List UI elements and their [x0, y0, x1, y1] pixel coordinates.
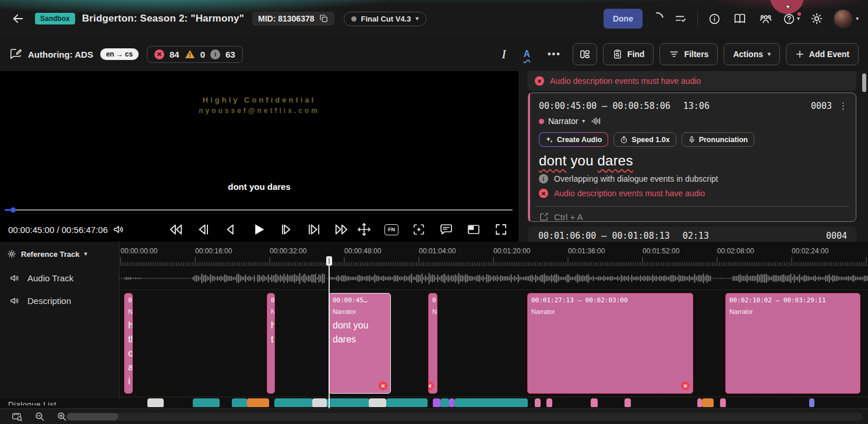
subtitle-toggle-button[interactable] [437, 220, 456, 239]
minimap-segment[interactable] [809, 398, 814, 407]
playhead-handle[interactable] [326, 256, 332, 266]
event-error-badge-icon: ✕ [379, 381, 387, 390]
event-menu-button[interactable]: ⋮ [839, 101, 848, 111]
actions-button[interactable]: Actions ▾ [724, 43, 779, 65]
volume-button[interactable] [110, 221, 128, 238]
minimap-segment[interactable] [327, 398, 369, 407]
next-event-row[interactable]: 00:01:06:00 – 00:01:08:13 02:13 0004 [528, 227, 856, 242]
event-duration: 02:13 [683, 231, 709, 241]
speaker-icon [112, 223, 125, 236]
pronunciation-button[interactable]: Pronunciation [682, 132, 754, 147]
account-menu[interactable]: ▾ [834, 9, 859, 28]
spellcheck-button[interactable]: A [517, 47, 536, 62]
minimap-segment[interactable] [454, 398, 528, 407]
event-error-row: ✕ Audio description events must have aud… [539, 189, 848, 198]
minimap-segment[interactable] [546, 398, 552, 407]
minimap-segment[interactable] [193, 398, 220, 407]
description-track-row: Description [9, 295, 71, 306]
zoom-out-button[interactable] [32, 409, 47, 424]
minimap-segment[interactable] [449, 398, 454, 407]
play-button[interactable] [248, 219, 269, 240]
panel-view-button[interactable] [464, 220, 483, 239]
inspector-scrollbar[interactable] [862, 73, 866, 92]
timeline-scrollbar[interactable] [65, 413, 863, 421]
reference-track-selector[interactable]: Reference Track ▾ [7, 249, 119, 259]
timeline-scrollbar-thumb[interactable] [67, 413, 118, 421]
copy-icon[interactable] [319, 14, 329, 23]
timeline-event[interactable]: 0Na✕ [428, 293, 437, 394]
speaker-color-dot [539, 119, 544, 124]
back-button[interactable] [9, 10, 27, 27]
minimap-segment[interactable] [591, 398, 598, 407]
italic-button[interactable]: I [496, 44, 511, 64]
frame-back-button[interactable] [221, 220, 241, 239]
timeline-settings-button[interactable] [9, 409, 25, 424]
fullscreen-button[interactable] [492, 220, 510, 239]
add-audio-shortcut-row[interactable]: Ctrl + A [539, 212, 848, 222]
minimap-segment[interactable] [433, 398, 440, 407]
minimap-segment[interactable] [147, 398, 164, 407]
speaker-select[interactable]: Narrator [548, 116, 578, 126]
minimap-segment[interactable] [386, 398, 428, 407]
fast-forward-button[interactable] [331, 220, 351, 239]
minimap-segment[interactable] [702, 398, 714, 407]
minimap-segment[interactable] [535, 398, 541, 407]
create-audio-button[interactable]: Create Audio [539, 132, 608, 147]
version-status-dropdown[interactable]: Final Cut V4.3 ▾ [344, 12, 426, 26]
settings-button[interactable] [808, 10, 825, 27]
subtitle-preview: dont you dares [0, 182, 518, 192]
speed-button[interactable]: Speed 1.0x [613, 132, 676, 147]
timeline-event[interactable]: 00:01:27:13 – 00:02:03:00Narrator✕ [527, 293, 693, 394]
done-button[interactable]: Done [604, 9, 643, 29]
fullscreen-icon [494, 222, 508, 236]
clipped-track-label: Dialogue List [8, 400, 116, 405]
filters-button[interactable]: Filters [659, 43, 718, 65]
panels-layout-icon [579, 48, 591, 60]
timeline-event[interactable]: 0Nah th o a i [124, 293, 133, 394]
focus-region-button[interactable] [410, 220, 428, 239]
event-duration: 13:06 [683, 101, 710, 111]
task-list-button[interactable] [672, 10, 689, 27]
find-button[interactable]: Find [603, 43, 654, 65]
collaborators-button[interactable] [757, 10, 775, 28]
next-event-button[interactable] [304, 220, 324, 239]
forced-narrative-button[interactable]: FN [382, 222, 401, 238]
minimap-segment[interactable] [369, 398, 386, 407]
ruler-label: 00:02:08:00 [717, 247, 754, 255]
issue-summary-pill[interactable]: ✕ 84 0 i 63 [147, 46, 243, 63]
minimap-segment[interactable] [274, 398, 313, 407]
minimap-segment[interactable] [312, 398, 327, 407]
waveform-icon[interactable] [591, 116, 602, 126]
frame-forward-button[interactable] [277, 220, 297, 239]
seek-knob[interactable] [10, 207, 16, 213]
selected-event-card[interactable]: 00:00:45:00 – 00:00:58:06 13:06 0003 ⋮ N… [528, 93, 856, 222]
previous-event-button[interactable] [193, 220, 213, 239]
minimap-segment[interactable] [232, 398, 248, 407]
minimap-segment[interactable] [247, 398, 269, 407]
event-number: 0003 [811, 101, 832, 111]
timeline-event[interactable]: 0Nh t [267, 293, 275, 394]
picture-in-picture-icon [467, 222, 481, 236]
timeline-event-selected[interactable]: 00:00:45…Narratordont you dares✕ [329, 293, 391, 394]
sparkles-icon [545, 136, 553, 144]
info-button[interactable] [706, 10, 723, 27]
more-options-button[interactable]: ••• [542, 47, 567, 62]
cursor-arrow-icon [784, 3, 792, 11]
notification-dot [798, 12, 801, 16]
layout-toggle-button[interactable] [573, 43, 597, 65]
add-event-button[interactable]: Add Event [786, 43, 859, 65]
minimap-segment[interactable] [624, 398, 631, 407]
help-menu[interactable]: ▾ [783, 13, 800, 25]
rewind-button[interactable] [166, 220, 186, 239]
guide-button[interactable] [731, 10, 749, 27]
minimap-segment[interactable] [440, 398, 449, 407]
pan-mode-button[interactable] [355, 220, 373, 239]
seek-bar[interactable] [5, 209, 513, 211]
misspelled-word: dares [598, 153, 633, 168]
minimap-segment[interactable] [697, 398, 702, 407]
timeline-event[interactable]: 00:02:10:02 – 00:03:29:11Narrator [725, 293, 860, 394]
event-text-editor[interactable]: dont you dares [539, 153, 848, 169]
playhead[interactable] [329, 256, 330, 408]
minimap-segment[interactable] [720, 398, 726, 407]
speaker-icon [9, 273, 20, 284]
